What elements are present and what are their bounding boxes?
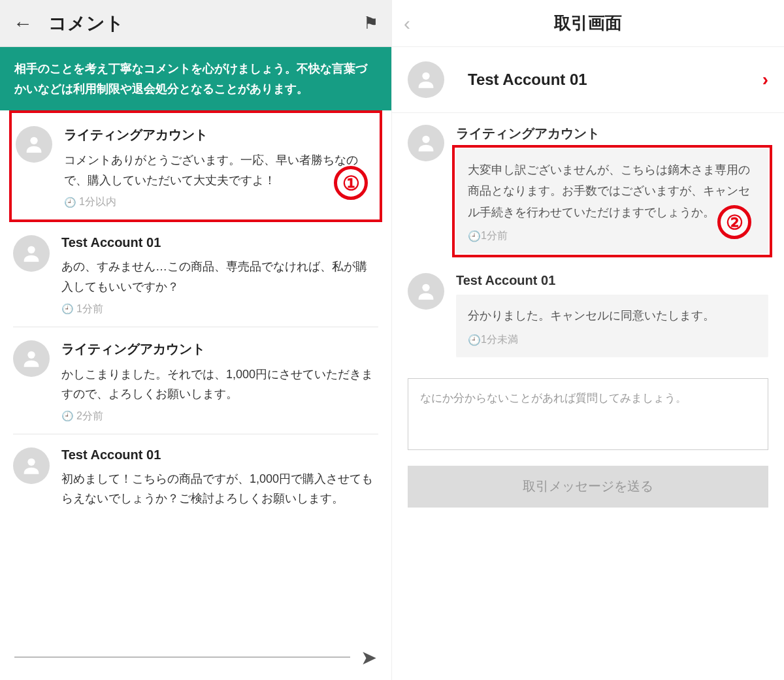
svg-point-2 [27,351,35,358]
avatar-icon [408,125,444,161]
avatar-icon [408,61,444,98]
comment-item: Test Account 01 初めまして！こちらの商品ですが、1,000円で購… [13,434,378,525]
svg-point-3 [27,458,35,465]
comment-time: 🕘1分以内 [64,195,376,209]
message-input[interactable]: なにか分からないことがあれば質問してみましょう。 [408,378,768,450]
avatar-icon [13,235,50,272]
svg-point-0 [30,137,37,144]
comment-text: コメントありがとうございます。一応、早い者勝ちなので、購入していただいて大丈夫で… [64,150,376,190]
annotation-badge-1: ① [334,166,368,200]
comments-pane: ← コメント ⚑ 相手のことを考え丁寧なコメントを心がけましょう。不快な言葉づか… [0,0,392,680]
clock-icon: 🕘 [61,303,74,315]
compose-input-line[interactable] [14,656,350,658]
message-author: ライティングアカウント [456,125,768,142]
annotation-badge-2: ② [717,205,751,239]
message-text: 大変申し訳ございませんが、こちらは鏑木さま専用の商品となります。お手数ではござい… [468,159,757,223]
message-text: 分かりました。キャンセルに同意いたします。 [468,305,757,326]
clock-icon: 🕘 [468,334,481,346]
back-arrow-icon[interactable]: ← [13,12,33,35]
message-time: 🕘1分前 [468,229,757,243]
comment-item: ライティングアカウント かしこまりました。それでは、1,000円にさせていただき… [13,327,378,434]
message-bubble: 分かりました。キャンセルに同意いたします。 🕘1分未満 [456,295,768,357]
placeholder-text: なにか分からないことがあれば質問してみましょう。 [420,392,687,404]
avatar-icon [13,447,50,484]
chevron-left-icon[interactable]: ‹ [404,12,410,35]
comment-time: 🕘1分前 [61,302,378,316]
svg-point-1 [27,246,35,253]
flag-icon[interactable]: ⚑ [363,13,378,33]
clock-icon: 🕘 [468,230,481,242]
svg-point-5 [422,136,429,143]
page-title-left: コメント [48,11,363,36]
highlighted-comment: ライティングアカウント コメントありがとうございます。一応、早い者勝ちなので、購… [9,110,382,222]
notice-banner: 相手のことを考え丁寧なコメントを心がけましょう。不快な言葉づかいなどは利用制限や… [0,47,391,110]
message-list: ライティングアカウント 大変申し訳ございませんが、こちらは鏑木さま専用の商品とな… [392,113,784,365]
comment-item: ライティングアカウント コメントありがとうございます。一応、早い者勝ちなので、購… [16,113,376,219]
avatar-icon [16,126,52,163]
compose-row: ➤ [0,641,391,680]
avatar-icon [13,340,50,377]
header-left: ← コメント ⚑ [0,0,391,47]
comment-author: ライティングアカウント [61,340,378,358]
comment-item: Test Account 01 あの、すみません…この商品、専売品でなければ、私… [13,222,378,327]
message-author: Test Account 01 [456,273,768,288]
comment-text: かしこまりました。それでは、1,000円にさせていただきますので、よろしくお願い… [61,364,378,404]
send-icon[interactable]: ➤ [361,646,377,669]
transaction-pane: ‹ 取引画面 Test Account 01 › ライティングアカウント 大変申… [392,0,784,680]
message-time: 🕘1分未満 [468,333,757,347]
comment-text: あの、すみません…この商品、専売品でなければ、私が購入してもいいですか？ [61,257,378,297]
clock-icon: 🕘 [64,197,76,208]
header-right: ‹ 取引画面 [392,0,784,47]
account-name: Test Account 01 [468,71,762,89]
svg-point-6 [422,284,429,291]
comment-author: Test Account 01 [61,447,378,462]
message-bubble: 大変申し訳ございませんが、こちらは鏑木さま専用の商品となります。お手数ではござい… [456,149,768,253]
avatar-icon [408,273,444,310]
comment-text: 初めまして！こちらの商品ですが、1,000円で購入させてもらえないでしょうか？ご… [61,469,378,509]
comment-author: ライティングアカウント [64,126,376,144]
comment-author: Test Account 01 [61,235,378,250]
comment-list: ライティングアカウント コメントありがとうございます。一応、早い者勝ちなので、購… [0,110,391,641]
message-item: Test Account 01 分かりました。キャンセルに同意いたします。 🕘1… [408,261,768,364]
message-item: ライティングアカウント 大変申し訳ございませんが、こちらは鏑木さま専用の商品とな… [408,113,768,261]
svg-point-4 [422,73,429,80]
send-message-button[interactable]: 取引メッセージを送る [408,466,768,508]
account-row[interactable]: Test Account 01 › [392,47,784,113]
clock-icon: 🕘 [61,410,74,422]
chevron-right-icon: › [762,69,768,90]
page-title-right: 取引画面 [554,12,622,35]
comment-time: 🕘2分前 [61,410,378,423]
